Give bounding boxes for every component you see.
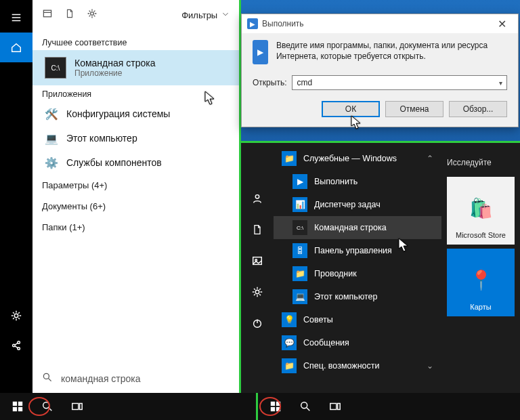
tile-maps[interactable]: 📍 Карты [447,249,515,316]
svg-rect-13 [18,402,22,406]
open-combobox[interactable]: cmd ▾ [292,75,507,90]
svg-rect-14 [13,407,17,411]
folder-windows-system[interactable]: 📁 Служебные — Windows ⌃ [274,147,441,170]
left-rail [0,0,32,393]
search-button[interactable] [292,393,319,420]
run-icon: ▶ [292,174,307,189]
taskview-button[interactable] [322,393,349,420]
page-icon[interactable] [65,8,74,22]
explorer-icon: 📁 [292,266,307,281]
taskbar-right [258,393,520,420]
svg-point-16 [43,402,49,408]
cortana-search-panel: Фильтры Лучшее соответствие C:\ Командна… [0,0,239,393]
msconfig-icon: 🛠️ [45,107,58,121]
ok-button[interactable]: ОК [322,101,380,117]
svg-rect-24 [330,404,337,410]
category-parameters[interactable]: Параметры (4+) [32,175,239,196]
search-top-bar: Фильтры [32,0,239,30]
search-button[interactable] [34,393,61,420]
account-icon[interactable] [241,185,274,212]
svg-point-7 [255,195,259,198]
filters-button[interactable]: Фильтры [181,10,230,20]
svg-rect-21 [271,407,275,411]
svg-point-0 [14,314,18,317]
category-folders[interactable]: Папки (1+) [32,217,239,238]
chevron-up-icon: ⌃ [427,154,433,163]
result-component-services[interactable]: ⚙️ Службы компонентов [32,150,239,175]
cancel-button[interactable]: Отмена [385,101,443,117]
share-icon[interactable] [0,331,32,360]
best-match-subtitle: Приложение [74,68,155,78]
start-tiles: Исследуйте 🛍️ Microsoft Store 📍 Карты [441,143,520,393]
apps-header: Приложения [32,85,239,102]
folder-icon: 📁 [282,151,297,166]
close-button[interactable]: ✕ [488,14,515,33]
cmd-icon: C:\ [292,220,307,235]
app-task-manager[interactable]: 📊Диспетчер задач [274,193,441,216]
filters-label: Фильтры [181,10,217,20]
svg-rect-19 [271,402,275,406]
start-rail [241,143,274,393]
services-icon: ⚙️ [45,156,58,169]
power-icon[interactable] [241,310,274,337]
result-this-pc[interactable]: 💻 Этот компьютер [32,126,239,150]
gear-icon[interactable] [87,8,98,22]
folder-accessibility[interactable]: 📁Спец. возможности⌄ [274,354,441,377]
app-control-panel[interactable]: 🎛Панель управления [274,239,441,262]
app-run[interactable]: ▶Выполнить [274,170,441,193]
map-icon: 📍 [467,266,494,293]
pc-icon: 💻 [45,131,58,145]
pc-icon: 💻 [292,289,307,304]
search-input[interactable] [61,371,230,387]
run-dialog: ▶ Выполнить ✕ ▶ Введите имя программы, п… [241,14,519,127]
start-button[interactable] [4,393,31,420]
app-this-pc[interactable]: 💻Этот компьютер [274,285,441,308]
result-msconfig[interactable]: 🛠️ Конфигурация системы [32,102,239,126]
gear-icon[interactable] [0,301,32,331]
taskmgr-icon: 📊 [292,197,307,212]
svg-point-5 [91,12,94,16]
tile-microsoft-store[interactable]: 🛍️ Microsoft Store [447,177,515,245]
cmd-icon: C:\ [45,57,66,79]
run-icon: ▶ [247,18,258,29]
app-tips[interactable]: 💡Советы [274,308,441,331]
gear-icon[interactable] [241,278,274,306]
start-menu: 📁 Служебные — Windows ⌃ ▶Выполнить 📊Дисп… [241,143,520,393]
pictures-icon[interactable] [241,247,274,274]
svg-point-6 [43,373,49,379]
best-match-header: Лучшее соответствие [32,34,239,50]
run-title: Выполнить [262,19,304,28]
desktop-area: ▶ Выполнить ✕ ▶ Введите имя программы, п… [241,0,520,141]
home-icon[interactable] [0,33,32,62]
chevron-down-icon: ⌄ [427,361,433,371]
svg-rect-25 [338,404,341,410]
browse-button[interactable]: Обзор... [449,101,507,117]
start-button[interactable] [262,393,289,420]
app-explorer[interactable]: 📁Проводник [274,262,441,285]
svg-rect-20 [276,402,280,406]
search-box[interactable] [32,363,239,393]
taskview-button[interactable] [64,393,91,420]
run-big-icon: ▶ [253,40,268,64]
documents-icon[interactable] [241,216,274,243]
app-messaging[interactable]: 💬Сообщения [274,331,441,354]
open-value: cmd [297,78,312,87]
svg-point-23 [301,402,307,408]
svg-point-10 [255,290,259,293]
result-label: Этот компьютер [66,133,137,144]
result-command-prompt[interactable]: C:\ Командная строка Приложение [32,50,239,85]
app-command-prompt[interactable]: C:\Командная строка [274,216,441,239]
tiles-header: Исследуйте [447,158,515,167]
controlpanel-icon: 🎛 [292,243,307,258]
category-documents[interactable]: Документы (6+) [32,196,239,217]
svg-rect-12 [13,402,17,406]
run-description: Введите имя программы, папки, документа … [276,40,507,64]
hamburger-icon[interactable] [0,3,32,33]
run-titlebar[interactable]: ▶ Выполнить ✕ [242,14,518,33]
start-apps-list: 📁 Служебные — Windows ⌃ ▶Выполнить 📊Дисп… [274,143,441,393]
search-icon [42,372,53,385]
window-icon[interactable] [42,8,53,22]
result-label: Службы компонентов [66,157,162,168]
svg-rect-15 [18,407,22,411]
close-icon: ✕ [498,18,506,30]
